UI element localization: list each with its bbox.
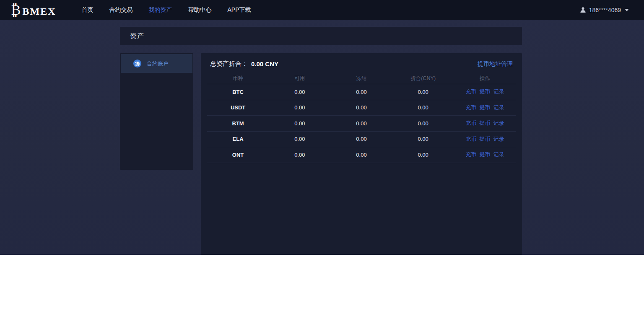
brand-name: BMEX [23, 6, 56, 17]
table-header-row: 币种 可用 冻结 折合(CNY) 操作 [207, 73, 516, 84]
brand-logo[interactable]: ₿ BMEX [11, 3, 56, 17]
col-header-coin: 币种 [207, 75, 269, 82]
page-title: 资产 [130, 32, 144, 41]
frozen-value: 0.00 [330, 152, 392, 158]
sidebar-item-label: 合约账户 [147, 60, 169, 67]
withdraw-link[interactable]: 提币 [479, 151, 490, 158]
available-value: 0.00 [269, 89, 330, 95]
records-link[interactable]: 记录 [493, 135, 504, 143]
total-assets-value: 0.00 CNY [251, 60, 278, 67]
nav-item-home[interactable]: 首页 [74, 0, 101, 20]
records-link[interactable]: 记录 [493, 151, 504, 158]
cny-value: 0.00 [392, 104, 454, 111]
row-actions: 充币 提币 记录 [454, 119, 516, 127]
deposit-link[interactable]: 充币 [465, 151, 476, 158]
cny-value: 0.00 [392, 136, 454, 142]
frozen-value: 0.00 [330, 136, 392, 142]
available-value: 0.00 [269, 152, 330, 158]
col-header-frozen: 冻结 [330, 75, 392, 82]
available-value: 0.00 [269, 120, 330, 127]
chevron-down-icon [625, 9, 629, 11]
bitcoin-logo-icon: ₿ [11, 3, 21, 17]
cny-value: 0.00 [392, 120, 454, 127]
withdraw-address-management-link[interactable]: 提币地址管理 [478, 60, 513, 68]
withdraw-link[interactable]: 提币 [479, 88, 490, 96]
table-row: USDT 0.00 0.00 0.00 充币 提币 记录 [207, 100, 516, 116]
assets-page: ₿ BMEX 首页 合约交易 我的资产 帮助中心 APP下载 186****40… [0, 0, 644, 255]
frozen-value: 0.00 [330, 89, 392, 95]
available-value: 0.00 [269, 136, 330, 142]
table-row: ONT 0.00 0.00 0.00 充币 提币 记录 [207, 147, 516, 163]
assets-panel: 总资产折合： 0.00 CNY 提币地址管理 币种 可用 冻结 折合(CNY) … [201, 53, 522, 255]
coin-name: USDT [207, 104, 269, 111]
nav-item-my-assets[interactable]: 我的资产 [141, 0, 180, 20]
row-actions: 充币 提币 记录 [454, 104, 516, 111]
deposit-link[interactable]: 充币 [465, 119, 476, 127]
withdraw-link[interactable]: 提币 [479, 135, 490, 143]
withdraw-link[interactable]: 提币 [479, 119, 490, 127]
available-value: 0.00 [269, 104, 330, 111]
coin-name: BTC [207, 89, 269, 95]
table-row: BTC 0.00 0.00 0.00 充币 提币 记录 [207, 84, 516, 100]
row-actions: 充币 提币 记录 [454, 151, 516, 158]
page-title-panel: 资产 [120, 27, 522, 45]
table-row: ELA 0.00 0.00 0.00 充币 提币 记录 [207, 132, 516, 148]
coin-name: ELA [207, 136, 269, 142]
assets-panel-header: 总资产折合： 0.00 CNY 提币地址管理 [201, 55, 522, 73]
top-navbar: ₿ BMEX 首页 合约交易 我的资产 帮助中心 APP下载 186****40… [0, 0, 644, 20]
coin-name: BTM [207, 120, 269, 127]
user-phone-label: 186****4069 [589, 7, 621, 13]
row-actions: 充币 提币 记录 [454, 135, 516, 143]
user-account-menu[interactable]: 186****4069 [580, 7, 629, 13]
user-icon [580, 7, 586, 13]
records-link[interactable]: 记录 [493, 88, 504, 96]
col-header-actions: 操作 [454, 75, 516, 82]
nav-item-help-center[interactable]: 帮助中心 [180, 0, 220, 20]
col-header-cny: 折合(CNY) [392, 75, 454, 82]
assets-table: 币种 可用 冻结 折合(CNY) 操作 BTC 0.00 0.00 0.00 充… [207, 73, 516, 163]
footer-area [0, 255, 644, 311]
withdraw-link[interactable]: 提币 [479, 104, 490, 111]
sidebar: 合约账户 [120, 53, 193, 170]
row-actions: 充币 提币 记录 [454, 88, 516, 96]
table-row: BTM 0.00 0.00 0.00 充币 提币 记录 [207, 116, 516, 132]
records-link[interactable]: 记录 [493, 104, 504, 111]
deposit-link[interactable]: 充币 [465, 135, 476, 143]
deposit-link[interactable]: 充币 [465, 104, 476, 111]
nav-item-contract-trading[interactable]: 合约交易 [101, 0, 141, 20]
records-link[interactable]: 记录 [493, 119, 504, 127]
frozen-value: 0.00 [330, 104, 392, 111]
col-header-available: 可用 [269, 75, 330, 82]
contract-account-icon [133, 59, 142, 68]
cny-value: 0.00 [392, 152, 454, 158]
nav-item-app-download[interactable]: APP下载 [220, 0, 259, 20]
nav-menu: 首页 合约交易 我的资产 帮助中心 APP下载 [74, 0, 259, 20]
coin-name: ONT [207, 152, 269, 158]
frozen-value: 0.00 [330, 120, 392, 127]
deposit-link[interactable]: 充币 [465, 88, 476, 96]
total-assets-label: 总资产折合： [210, 60, 248, 68]
sidebar-item-contract-account[interactable]: 合约账户 [121, 54, 192, 73]
cny-value: 0.00 [392, 89, 454, 95]
